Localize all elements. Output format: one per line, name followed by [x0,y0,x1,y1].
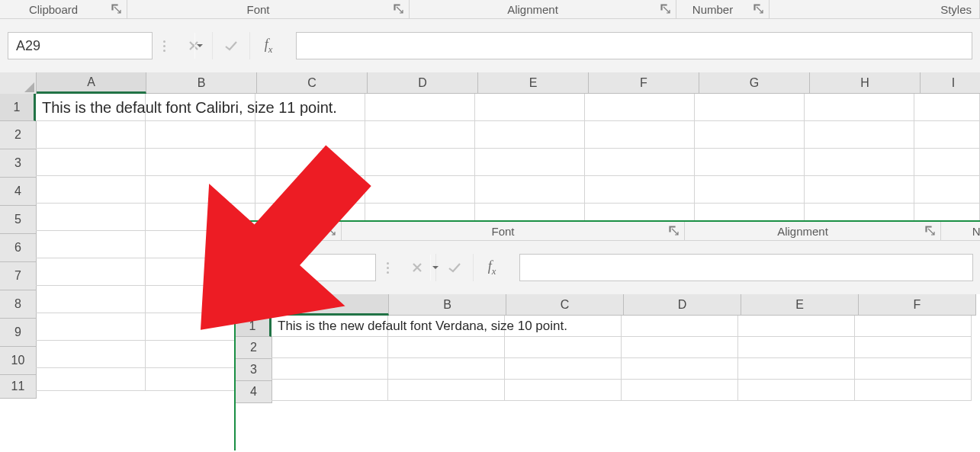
name-box[interactable] [8,32,153,59]
column-header-E[interactable]: E [478,72,589,94]
dialog-launcher-icon[interactable] [669,226,680,236]
column-header-C[interactable]: C [257,72,368,94]
ribbon-label-alignment: Alignment [685,225,921,238]
insert-function-button[interactable]: fx [474,254,510,281]
column-header-H[interactable]: H [810,72,921,94]
row-header-2[interactable]: 2 [0,121,37,149]
row-header-4[interactable]: 4 [236,381,272,403]
ribbon-label-alignment: Alignment [410,3,656,16]
column-header-D[interactable]: D [624,294,741,316]
row-header-2[interactable]: 2 [236,337,272,359]
dialog-launcher-icon[interactable] [660,4,671,14]
ribbon-group-labels: ard Font Alignment Nu [236,222,980,241]
cell-A1-text: This is the new default font Verdana, si… [275,316,567,337]
dialog-launcher-icon[interactable] [925,226,936,236]
row-header-9[interactable]: 9 [0,319,37,347]
dialog-launcher-icon[interactable] [394,4,404,14]
cell-F1[interactable] [585,94,695,121]
column-headers-row: A B C D E F [236,294,976,316]
dialog-launcher-icon[interactable] [326,226,336,236]
ribbon-label-font: Font [127,3,389,16]
ribbon-label-number: Number [676,3,749,16]
ribbon-group-clipboard: Clipboard [0,0,127,18]
name-box-input[interactable] [14,37,194,55]
row-header-4[interactable]: 4 [0,178,37,206]
column-header-I[interactable]: I [921,72,980,94]
ribbon-group-alignment: Alignment [685,222,941,240]
row-header-10[interactable]: 10 [0,347,37,375]
row-header-7[interactable]: 7 [0,262,37,290]
formula-bar: fx [0,19,980,72]
dialog-launcher-icon[interactable] [753,4,764,14]
row-header-1[interactable]: 1 [236,316,272,337]
formula-bar: fx [236,241,980,294]
cell-E1[interactable] [475,94,585,121]
dialog-launcher-icon[interactable] [111,4,122,14]
column-header-A[interactable]: A [37,72,146,94]
fx-icon: fx [265,37,273,56]
row-header-11[interactable]: 11 [0,375,37,399]
column-header-F[interactable]: F [859,294,976,316]
name-box-input[interactable] [250,259,430,277]
column-header-A[interactable]: A [272,294,389,316]
row-header-8[interactable]: 8 [0,290,37,319]
row-headers-column: 1 2 3 4 5 6 7 8 9 10 11 [0,94,37,399]
column-header-E[interactable]: E [741,294,859,316]
column-header-B[interactable]: B [146,72,257,94]
cell-D1[interactable] [365,94,475,121]
ribbon-group-font: Font [342,222,685,240]
row-header-3[interactable]: 3 [236,359,272,381]
ribbon-group-number: Number [676,0,770,18]
column-headers-row: A B C D E F G H I [0,72,980,94]
cell-H1[interactable] [805,94,914,121]
column-header-B[interactable]: B [389,294,506,316]
spreadsheet-grid: A B C D E F 1 2 3 4 This is the new defa… [236,294,980,450]
cell-A1-text: This is the default font Calibri, size 1… [39,94,337,121]
ribbon-group-styles: Styles [770,0,980,18]
ribbon-group-clipboard: ard [236,222,342,240]
ribbon-label-number: Nu [941,225,980,238]
formula-input[interactable] [296,32,972,59]
column-header-F[interactable]: F [589,72,699,94]
ribbon-label-clipboard: ard [236,225,321,238]
column-header-G[interactable]: G [699,72,810,94]
select-all-button[interactable] [0,72,37,95]
row-headers-column: 1 2 3 4 [236,316,272,403]
row-header-3[interactable]: 3 [0,149,37,178]
insert-function-button[interactable]: fx [250,32,287,59]
row-header-5[interactable]: 5 [0,206,37,234]
ribbon-group-font: Font [127,0,410,18]
enter-formula-button[interactable] [213,32,250,59]
name-box-dropdown[interactable] [430,255,440,280]
ribbon-group-labels: Clipboard Font Alignment Number Styles [0,0,980,19]
row-header-6[interactable]: 6 [0,234,37,262]
fx-icon: fx [488,258,496,277]
formula-input[interactable] [519,254,973,281]
name-box-dropdown[interactable] [194,33,204,59]
select-all-button[interactable] [236,294,272,316]
cell-A2[interactable] [36,121,146,149]
ribbon-group-number: Nu [941,222,980,240]
enter-formula-button[interactable] [436,254,474,281]
column-header-C[interactable]: C [506,294,624,316]
ribbon-label-font: Font [342,225,664,238]
cell-I1[interactable] [914,94,980,121]
ribbon-group-alignment: Alignment [410,0,676,18]
row-header-1[interactable]: 1 [0,94,36,121]
excel-window-2: ard Font Alignment Nu fx [234,220,980,450]
ribbon-label-styles: Styles [770,3,979,16]
name-box[interactable] [243,254,376,281]
column-header-D[interactable]: D [368,72,478,94]
ribbon-label-clipboard: Clipboard [0,3,107,16]
cell-G1[interactable] [695,94,805,121]
